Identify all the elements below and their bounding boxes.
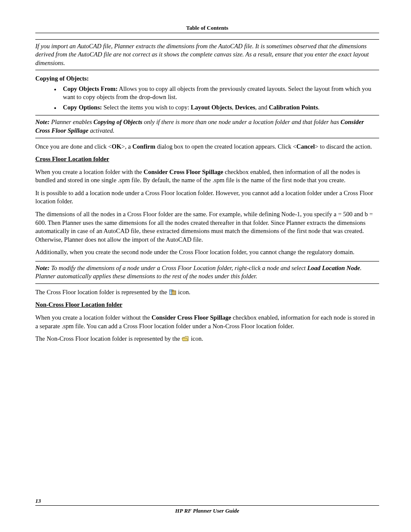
text: Select the items you wish to copy: [102,104,191,111]
copying-list: Copy Objects From: Allows you to copy al… [35,85,379,112]
list-item: Copy Options: Select the items you wish … [60,103,379,112]
term-consider-cross-floor: Consider Cross Floor Spillage [152,314,231,321]
non-cross-floor-folder-icon [182,336,189,342]
text: Planner enables [50,118,93,125]
text: When you create a location folder with t… [35,168,143,175]
text: dialog box to open the created location … [156,143,296,150]
text: When you create a location folder withou… [35,314,152,321]
text: The Non-Cross Floor location folder is r… [35,335,181,342]
note-lead: Note: [35,118,50,125]
note-modify-dimensions: Note: To modify the dimensions of a node… [35,261,379,284]
list-item: Copy Objects From: Allows you to copy al… [60,85,379,102]
svg-marker-5 [182,338,188,341]
heading-cross-floor: Cross Floor Location folder [35,156,109,162]
running-header: Table of Contents [35,24,379,33]
paragraph: It is possible to add a location node un… [35,189,379,206]
text: , [232,104,235,111]
text: icon. [177,289,190,296]
note-autocad-dimensions: If you import an AutoCAD file, Planner e… [35,39,379,71]
note-text: If you import an AutoCAD file, Planner e… [35,43,369,66]
text: > to discard the action. [315,143,372,150]
paragraph: When you create a location folder with t… [35,168,379,185]
paragraph-confirm-dialog: Once you are done and click <OK>, a Conf… [35,143,379,151]
term-calibration-points: Calibration Points [269,104,318,111]
document-title: HP RF Planner User Guide [35,506,379,515]
paragraph: Additionally, when you create the second… [35,248,379,257]
paragraph-cross-floor-icon: The Cross Floor location folder is repre… [35,288,379,297]
note-lead: Note: [35,264,50,271]
label-copy-from: Copy Objects From: [63,85,118,92]
paragraph-non-cross-floor-icon: The Non-Cross Floor location folder is r… [35,335,379,343]
dialog-ref-confirm: Confirm [132,143,155,150]
text: The Cross Floor location folder is repre… [35,289,169,296]
term-copying-of-objects: Copying of Objects [93,118,143,125]
text: To modify the dimensions of a node under… [50,264,307,271]
page-footer: 13 HP RF Planner User Guide [35,497,379,515]
menu-ref-load-location-node: Load Location Node [307,264,360,271]
paragraph: The dimensions of all the nodes in a Cro… [35,210,379,244]
paragraph: When you create a location folder withou… [35,314,379,330]
label-copy-options: Copy Options: [63,104,102,111]
page-number: 13 [35,497,379,506]
heading-copying-objects: Copying of Objects: [35,75,379,83]
term-devices: Devices [235,104,255,111]
button-ref-ok: OK [112,143,121,150]
heading-non-cross-floor: Non-Cross Floor Location folder [35,301,122,308]
svg-rect-3 [169,289,171,291]
term-consider-cross-floor: Consider Cross Floor Spillage [143,168,223,175]
text: activated. [88,127,114,134]
text: . [318,104,320,111]
cross-floor-folder-icon [169,289,176,295]
text: only if there is more than one node unde… [142,118,340,125]
term-layout-objects: Layout Objects [191,104,232,111]
text: >, a [121,143,133,150]
button-ref-cancel: Cancel [296,143,315,150]
note-copying-condition: Note: Planner enables Copying of Objects… [35,115,379,138]
text: , and [255,104,269,111]
text: Once you are done and click < [35,143,112,150]
text: icon. [189,335,203,342]
